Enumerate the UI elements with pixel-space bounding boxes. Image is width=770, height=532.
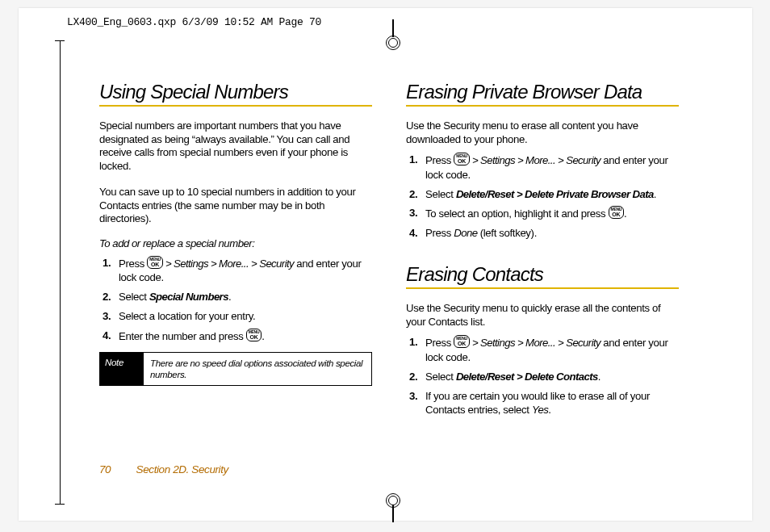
step-text: Select — [425, 188, 456, 200]
para: Use the Security menu to erase all conte… — [406, 119, 679, 146]
step-text: . — [598, 371, 601, 383]
note-label: Note — [100, 353, 144, 386]
menu-path: Done — [454, 227, 477, 239]
menu-path: Yes — [532, 404, 548, 416]
page-sheet: LX400_Eng_0603.qxp 6/3/09 10:52 AM Page … — [19, 8, 752, 521]
menu-path: > Settings > More... > Security — [470, 154, 601, 166]
note-box: Note There are no speed dial options ass… — [99, 352, 372, 387]
menu-path: Special Numbers — [149, 291, 228, 303]
step-text: Enter the number and press — [119, 330, 246, 342]
crop-tick-top — [55, 40, 65, 41]
steps-list: 1. Press MENUOK > Settings > More... > S… — [406, 335, 679, 417]
step-text: (left softkey). — [477, 227, 537, 239]
step-text: To select an option, highlight it and pr… — [425, 207, 609, 220]
steps-list: 1. Press MENUOK > Settings > More... > S… — [406, 153, 679, 241]
ok-key-icon: MENUOK — [246, 329, 262, 341]
steps-list: 1. Press MENUOK > Settings > More... > S… — [99, 256, 372, 344]
step-item: 3. If you are certain you would like to … — [425, 389, 679, 418]
step-text: . — [262, 330, 264, 342]
menu-path: Delete/Reset > Delete Private Browser Da… — [456, 188, 654, 200]
para: Special numbers are important numbers th… — [99, 119, 372, 173]
heading-erasing-contacts: Erasing Contacts — [406, 263, 679, 289]
step-item: 1. Press MENUOK > Settings > More... > S… — [425, 153, 679, 182]
step-item: 4. Press Done (left softkey). — [425, 226, 679, 241]
heading-erasing-private-browser-data: Erasing Private Browser Data — [406, 81, 679, 107]
menu-path: > Settings > More... > Security — [470, 337, 601, 349]
para: Use the Security menu to quickly erase a… — [406, 302, 679, 329]
step-text: . — [624, 207, 626, 220]
print-slug: LX400_Eng_0603.qxp 6/3/09 10:52 AM Page … — [67, 16, 321, 28]
step-item: 2. Select Delete/Reset > Delete Contacts… — [425, 370, 679, 384]
crop-tick-bot — [55, 504, 65, 505]
step-item: 3. Select a location for your entry. — [119, 309, 372, 324]
step-item: 3. To select an option, highlight it and… — [425, 206, 679, 221]
step-item: 2. Select Special Numbers. — [119, 290, 372, 304]
step-text: . — [228, 291, 231, 303]
step-text: . — [548, 404, 550, 416]
note-text: There are no speed dial options associat… — [144, 353, 371, 386]
step-text: Press — [425, 337, 454, 349]
left-column: Using Special Numbers Special numbers ar… — [99, 81, 372, 422]
ok-key-icon: MENUOK — [454, 335, 470, 348]
step-text: Select — [425, 371, 456, 383]
ok-key-icon: MENUOK — [147, 256, 163, 269]
step-text: Press — [425, 154, 454, 166]
step-text: Press — [425, 227, 454, 239]
step-text: . — [654, 188, 656, 200]
menu-path: Delete/Reset > Delete Contacts — [456, 371, 598, 383]
right-column: Erasing Private Browser Data Use the Sec… — [406, 81, 679, 422]
ok-key-icon: MENUOK — [609, 206, 625, 219]
step-text: Press — [119, 258, 147, 270]
step-item: 4. Enter the number and press MENUOK. — [119, 329, 372, 344]
step-item: 1. Press MENUOK > Settings > More... > S… — [425, 335, 679, 365]
ok-key-icon: MENUOK — [454, 153, 470, 165]
step-text: Select a location for your entry. — [119, 310, 255, 322]
page-number: 70 — [99, 463, 111, 475]
crop-rule-left — [60, 40, 61, 505]
page-footer: 70 Section 2D. Security — [99, 463, 228, 475]
crop-mark-bottom — [386, 495, 400, 519]
step-text: Select — [119, 291, 149, 303]
heading-using-special-numbers: Using Special Numbers — [99, 81, 372, 107]
para: You can save up to 10 special numbers in… — [99, 186, 372, 226]
procedure-lead: To add or replace a special number: — [99, 237, 372, 249]
step-item: 2. Select Delete/Reset > Delete Private … — [425, 187, 679, 202]
step-item: 1. Press MENUOK > Settings > More... > S… — [119, 256, 372, 286]
section-label: Section 2D. Security — [136, 463, 228, 475]
crop-mark-top — [386, 24, 400, 48]
menu-path: > Settings > More... > Security — [163, 258, 294, 270]
